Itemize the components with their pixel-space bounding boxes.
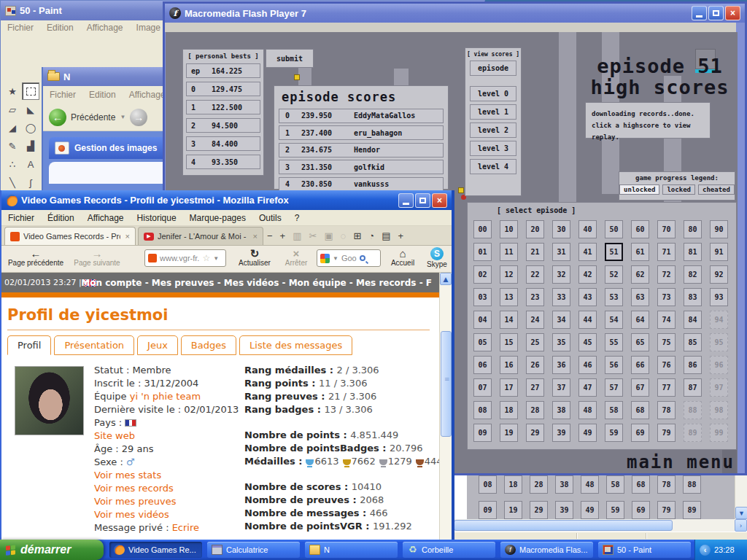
bg-episode-cell-89[interactable]: 89 — [683, 501, 701, 519]
episode-cell-78[interactable]: 78 — [657, 401, 676, 419]
scroll-thumb[interactable] — [441, 331, 452, 437]
horizontal-scrollbar[interactable]: › — [452, 519, 735, 532]
bg-episode-cell-58[interactable]: 58 — [606, 475, 624, 494]
bg-episode-cell-39[interactable]: 39 — [555, 501, 573, 519]
minus-icon[interactable]: − — [267, 230, 273, 241]
episode-cell-99[interactable]: 99 — [710, 424, 728, 442]
bg-episode-cell-08[interactable]: 08 — [479, 475, 497, 494]
refresh-button[interactable]: ↻Actualiser — [232, 248, 277, 267]
episode-cell-41[interactable]: 41 — [578, 243, 597, 261]
bg-episode-cell-88[interactable]: 88 — [683, 475, 701, 494]
episode-cell-09[interactable]: 09 — [473, 424, 492, 442]
episode-cell-60[interactable]: 60 — [631, 220, 649, 238]
tab-youtube[interactable]: ▶ Jenifer - L'Amour & Moi - Yo... × — [138, 227, 263, 245]
tool-brush-icon[interactable]: ▟ — [22, 137, 39, 155]
episode-cell-12[interactable]: 12 — [500, 265, 518, 284]
search-icon[interactable] — [360, 255, 365, 261]
firefox-menu-historique[interactable]: Historique — [131, 211, 183, 225]
episode-cell-15[interactable]: 15 — [500, 333, 518, 351]
episode-cell-11[interactable]: 11 — [500, 243, 518, 261]
episode-cell-07[interactable]: 07 — [473, 378, 492, 397]
episode-cell-85[interactable]: 85 — [684, 333, 702, 351]
bg-episode-cell-28[interactable]: 28 — [530, 475, 548, 494]
episode-cell-53[interactable]: 53 — [605, 288, 623, 306]
personal-best-row[interactable]: 0129.475 — [186, 82, 260, 96]
profile-link[interactable]: Voir mes vidéos — [94, 509, 169, 520]
clock[interactable]: 23:28 — [714, 545, 735, 554]
episode-cell-88[interactable]: 88 — [684, 401, 702, 419]
add-icon[interactable]: + — [398, 230, 403, 241]
episode-cell-51[interactable]: 51 — [605, 243, 623, 261]
episode-cell-47[interactable]: 47 — [578, 378, 597, 397]
episode-cell-84[interactable]: 84 — [684, 311, 702, 329]
episode-cell-02[interactable]: 02 — [473, 265, 492, 284]
episode-cell-32[interactable]: 32 — [552, 265, 570, 284]
episode-cell-26[interactable]: 26 — [526, 356, 544, 374]
firefox-menu-affichage[interactable]: Affichage — [81, 211, 131, 225]
tray-expand-icon[interactable]: ‹ — [700, 545, 711, 556]
paste-icon[interactable]: ▥ — [293, 230, 301, 241]
bg-episode-cell-49[interactable]: 49 — [581, 501, 599, 519]
episode-cell-23[interactable]: 23 — [526, 288, 544, 306]
bg-episode-cell-59[interactable]: 59 — [606, 501, 624, 519]
print-icon[interactable]: ▤ — [382, 230, 390, 241]
episode-cell-44[interactable]: 44 — [578, 311, 597, 329]
bg-episode-cell-69[interactable]: 69 — [632, 501, 650, 519]
episode-cell-52[interactable]: 52 — [605, 265, 623, 284]
episode-cell-29[interactable]: 29 — [526, 424, 544, 442]
episode-cell-77[interactable]: 77 — [657, 378, 676, 397]
episode-cell-92[interactable]: 92 — [710, 265, 728, 284]
episode-cell-64[interactable]: 64 — [631, 311, 649, 329]
episode-score-row[interactable]: 3231.350golfkid — [279, 160, 444, 174]
search-box[interactable]: ▼ Goo — [317, 249, 381, 267]
bg-episode-cell-38[interactable]: 38 — [555, 475, 573, 494]
firefox-menu-outils[interactable]: Outils — [252, 211, 288, 225]
episode-cell-56[interactable]: 56 — [605, 356, 623, 374]
forward-button[interactable]: →Page suivante — [69, 248, 125, 267]
episode-cell-22[interactable]: 22 — [526, 265, 544, 284]
episode-cell-68[interactable]: 68 — [631, 401, 649, 419]
vertical-scrollbar[interactable]: ▼ — [735, 471, 747, 519]
episode-cell-95[interactable]: 95 — [710, 333, 728, 351]
episode-cell-71[interactable]: 71 — [657, 243, 676, 261]
bg-episode-cell-78[interactable]: 78 — [657, 475, 676, 494]
explorer-menu-edition[interactable]: Edition — [82, 88, 123, 101]
profile-link[interactable]: yi 'n phie team — [130, 391, 201, 402]
episode-cell-50[interactable]: 50 — [605, 220, 623, 238]
bg-episode-cell-48[interactable]: 48 — [581, 475, 599, 494]
firefox-menu-marque-pages[interactable]: Marque-pages — [183, 211, 252, 225]
url-bar[interactable]: www.vgr-fr. ☆ ▼ — [144, 249, 226, 267]
episode-cell-28[interactable]: 28 — [526, 401, 544, 419]
episode-cell-34[interactable]: 34 — [552, 311, 570, 329]
episode-cell-35[interactable]: 35 — [552, 333, 570, 351]
maximize-button[interactable] — [708, 6, 724, 20]
view-scores-level-3[interactable]: level 3 — [470, 141, 516, 156]
open-new-tab-icon[interactable]: ⊞ — [353, 230, 361, 241]
episode-cell-10[interactable]: 10 — [500, 220, 518, 238]
tool-eraser-icon[interactable]: ▱ — [4, 101, 21, 118]
episode-cell-90[interactable]: 90 — [710, 220, 728, 238]
home-button[interactable]: ⌂Accueil — [384, 248, 422, 267]
copy-icon[interactable]: ▣ — [324, 230, 333, 241]
episode-cell-63[interactable]: 63 — [631, 288, 649, 306]
episode-cell-36[interactable]: 36 — [552, 356, 570, 374]
episode-score-row[interactable]: 2234.675Hendor — [279, 143, 444, 158]
plus-icon[interactable]: + — [280, 230, 286, 241]
episode-cell-14[interactable]: 14 — [500, 311, 518, 329]
profile-link[interactable]: Voir mes records — [94, 483, 174, 494]
cut-icon[interactable]: ✂ — [309, 230, 317, 241]
history-icon[interactable]: ◔ — [368, 230, 374, 241]
taskbar-button-folder[interactable]: N — [305, 542, 398, 558]
episode-cell-82[interactable]: 82 — [684, 265, 702, 284]
episode-cell-43[interactable]: 43 — [578, 288, 597, 306]
paint-menu-edition[interactable]: Edition — [40, 21, 80, 34]
profile-tab-profil[interactable]: Profil — [7, 335, 51, 355]
paint-menu-image[interactable]: Image — [130, 21, 167, 34]
episode-cell-38[interactable]: 38 — [552, 401, 570, 419]
episode-cell-04[interactable]: 04 — [473, 311, 492, 329]
url-dropdown-icon[interactable]: ▼ — [213, 255, 219, 262]
episode-cell-39[interactable]: 39 — [552, 424, 570, 442]
minimize-button[interactable] — [398, 193, 414, 208]
episode-cell-98[interactable]: 98 — [710, 401, 728, 419]
view-scores-episode[interactable]: episode — [470, 61, 516, 76]
